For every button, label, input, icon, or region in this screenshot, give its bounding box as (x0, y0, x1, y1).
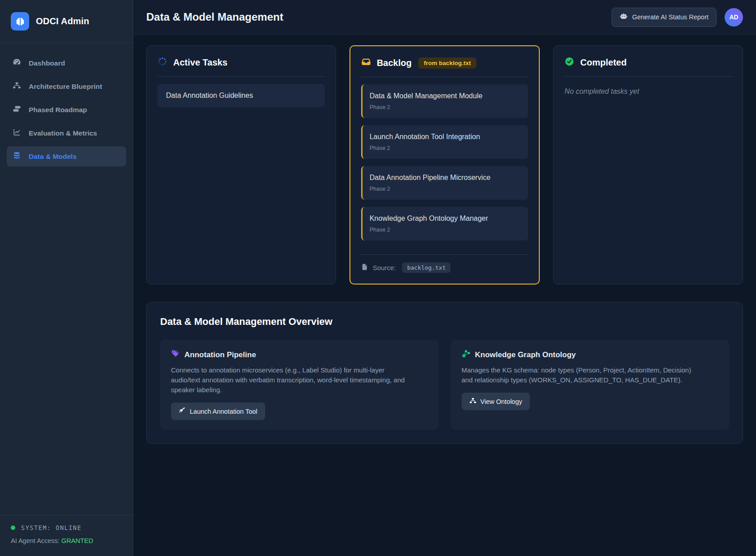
sidebar: ODCI Admin Dashboard Architecture Bluepr… (0, 0, 133, 556)
system-status-text: SYSTEM: ONLINE (21, 524, 82, 531)
agent-access-row: AI Agent Access: GRANTED (11, 537, 122, 544)
chart-line-icon (13, 128, 21, 138)
knowledge-graph-description: Manages the KG schema: node types (Perso… (462, 365, 704, 385)
generate-ai-report-label: Generate AI Status Report (632, 13, 708, 21)
rocket-icon (179, 407, 186, 416)
sidebar-item-label: Evaluation & Metrics (29, 129, 97, 137)
generate-ai-report-button[interactable]: Generate AI Status Report (612, 8, 717, 27)
task-card[interactable]: Data Annotation Pipeline Microservice Ph… (361, 166, 529, 200)
app-logo-row: ODCI Admin (0, 0, 133, 43)
source-label: Source: (373, 264, 396, 271)
file-icon (361, 263, 368, 272)
system-status: SYSTEM: ONLINE (11, 524, 122, 531)
avatar[interactable]: AD (725, 8, 743, 26)
task-phase: Phase 2 (370, 227, 520, 233)
tags-icon (171, 350, 179, 360)
completed-title: Completed (580, 57, 626, 68)
sidebar-item-label: Architecture Blueprint (29, 83, 102, 91)
annotation-pipeline-card: Annotation Pipeline Connects to annotati… (160, 340, 439, 430)
sidebar-item-architecture-blueprint[interactable]: Architecture Blueprint (7, 76, 126, 96)
sidebar-item-phased-roadmap[interactable]: Phased Roadmap (7, 100, 126, 120)
sidebar-footer: SYSTEM: ONLINE AI Agent Access: GRANTED (0, 515, 133, 556)
topbar: Data & Model Management Generate AI Stat… (133, 0, 756, 35)
roadmap-layers-icon (13, 105, 21, 115)
task-phase: Phase 2 (370, 145, 520, 151)
task-title: Data & Model Management Module (370, 92, 520, 100)
knowledge-graph-title: Knowledge Graph Ontology (475, 350, 576, 359)
overview-grid: Annotation Pipeline Connects to annotati… (160, 340, 729, 430)
sidebar-item-label: Dashboard (29, 59, 65, 67)
task-card[interactable]: Data Annotation Guidelines (157, 84, 325, 107)
task-phase: Phase 2 (370, 186, 520, 192)
inbox-icon (361, 57, 371, 69)
sidebar-item-evaluation-metrics[interactable]: Evaluation & Metrics (7, 123, 126, 143)
agent-access-value: GRANTED (61, 537, 93, 544)
backlog-title: Backlog (377, 58, 412, 68)
sidebar-item-label: Data & Models (29, 153, 77, 161)
kanban-board: Active Tasks Data Annotation Guidelines … (133, 35, 756, 285)
backlog-header: Backlog from backlog.txt (361, 57, 529, 69)
task-title: Data Annotation Pipeline Microservice (370, 174, 520, 182)
sidebar-item-data-models[interactable]: Data & Models (7, 146, 126, 166)
active-tasks-header: Active Tasks (157, 57, 325, 68)
launch-annotation-tool-label: Launch Annotation Tool (190, 408, 258, 415)
source-file-pill: backlog.txt (402, 263, 450, 273)
completed-column: Completed No completed tasks yet (553, 45, 743, 285)
completed-empty-text: No completed tasks yet (564, 88, 732, 96)
brain-logo-icon (11, 12, 29, 31)
divider (564, 76, 732, 77)
app-title: ODCI Admin (36, 16, 89, 26)
divider (157, 76, 325, 77)
check-circle-icon (564, 57, 574, 68)
avatar-initials: AD (729, 13, 738, 21)
annotation-pipeline-description: Connects to annotation microservices (e.… (171, 365, 413, 395)
overview-panel: Data & Model Management Overview Annotat… (146, 302, 743, 444)
task-phase: Phase 2 (370, 104, 520, 110)
backlog-source-footer: Source: backlog.txt (361, 245, 529, 273)
sitemap-icon (469, 397, 476, 406)
active-tasks-column: Active Tasks Data Annotation Guidelines (146, 45, 336, 285)
sidebar-item-dashboard[interactable]: Dashboard (7, 53, 126, 73)
robot-icon (620, 13, 628, 22)
divider (361, 254, 529, 255)
view-ontology-label: View Ontology (481, 398, 522, 405)
sidebar-item-label: Phased Roadmap (29, 106, 87, 114)
page-title: Data & Model Management (146, 11, 283, 23)
database-icon (13, 151, 21, 162)
gauge-icon (13, 58, 21, 68)
main-area: Data & Model Management Generate AI Stat… (133, 0, 756, 556)
task-card[interactable]: Knowledge Graph Ontology Manager Phase 2 (361, 207, 529, 241)
task-card[interactable]: Launch Annotation Tool Integration Phase… (361, 125, 529, 159)
task-title: Knowledge Graph Ontology Manager (370, 215, 520, 223)
completed-header: Completed (564, 57, 732, 68)
task-card[interactable]: Data & Model Management Module Phase 2 (361, 84, 529, 118)
backlog-column: Backlog from backlog.txt Data & Model Ma… (350, 45, 540, 285)
sitemap-icon (13, 81, 21, 92)
spinner-icon (157, 57, 167, 68)
view-ontology-button[interactable]: View Ontology (462, 393, 530, 410)
task-title: Data Annotation Guidelines (166, 92, 316, 100)
annotation-pipeline-title: Annotation Pipeline (184, 350, 256, 359)
topbar-actions: Generate AI Status Report AD (612, 8, 743, 27)
agent-access-label: AI Agent Access: (11, 537, 60, 544)
launch-annotation-tool-button[interactable]: Launch Annotation Tool (171, 403, 265, 420)
graph-nodes-icon (462, 350, 470, 360)
knowledge-graph-card: Knowledge Graph Ontology Manages the KG … (451, 340, 730, 430)
backlog-source-badge: from backlog.txt (418, 57, 476, 69)
sidebar-nav: Dashboard Architecture Blueprint Phased … (0, 43, 133, 515)
overview-title: Data & Model Management Overview (160, 316, 729, 328)
active-tasks-title: Active Tasks (173, 57, 227, 68)
task-title: Launch Annotation Tool Integration (370, 133, 520, 141)
online-status-dot (11, 525, 15, 530)
divider (361, 77, 529, 77)
